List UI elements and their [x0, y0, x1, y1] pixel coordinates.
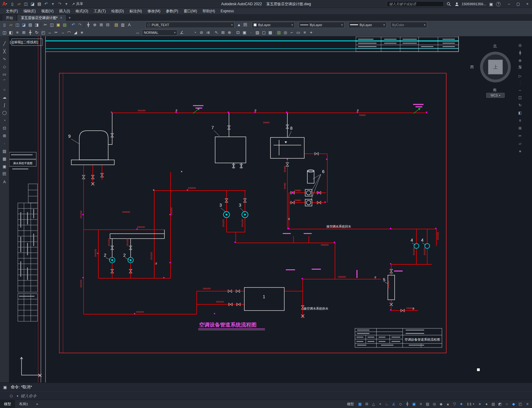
make-block-icon[interactable]: ▣: [241, 29, 248, 36]
point-icon[interactable]: ∙: [1, 140, 8, 147]
zoom-icon[interactable]: ⊕: [517, 57, 523, 64]
text-style-icon[interactable]: A: [126, 22, 132, 28]
workspace-switching-icon[interactable]: ∗: [476, 401, 483, 407]
model-space-canvas[interactable]: [-][俯视][二维线框] 调水系统平面图 接空调水系统回水 接空调水系统供水 …: [9, 36, 532, 382]
rotate-icon[interactable]: ↻: [517, 102, 523, 109]
dynamic-input-icon[interactable]: ⌖: [377, 401, 384, 407]
zoom-realtime-icon[interactable]: ⊕: [92, 22, 98, 28]
distance-icon[interactable]: ⌐: [289, 29, 295, 36]
pan-icon[interactable]: ╋: [85, 22, 92, 28]
id-point-icon[interactable]: ⌖: [308, 29, 314, 36]
selection-cycling-icon[interactable]: ◎: [431, 401, 438, 407]
ellipse-arc-icon[interactable]: ◔: [1, 117, 8, 124]
plot-icon[interactable]: ▤: [27, 22, 33, 28]
maximize-button[interactable]: ▢: [514, 0, 523, 8]
redo-dropdown-icon[interactable]: ▾: [63, 1, 69, 7]
menu-item-10[interactable]: 窗口(W): [181, 8, 200, 14]
insert-block-icon[interactable]: ⊡: [235, 29, 241, 36]
cut-icon[interactable]: ✂: [42, 22, 49, 28]
model-tab[interactable]: 模型: [0, 400, 15, 408]
menu-item-3[interactable]: 插入(I): [56, 8, 73, 14]
save-icon[interactable]: ◫: [23, 1, 29, 7]
infer-constraints-icon[interactable]: △: [370, 401, 377, 407]
share-button[interactable]: ↗ 共享: [72, 2, 83, 6]
orbit-icon[interactable]: ◔: [517, 65, 523, 72]
save-file-icon[interactable]: ◫: [14, 22, 21, 28]
erase-icon[interactable]: ▱: [517, 140, 523, 147]
viewcube-south-label[interactable]: 南: [493, 87, 497, 93]
menu-item-0[interactable]: 文件(F): [3, 8, 21, 14]
object-snap-icon[interactable]: ▣: [411, 401, 417, 407]
lineweight-display-icon[interactable]: ≡: [417, 401, 424, 407]
zoom-previous-icon[interactable]: ⊟: [104, 22, 111, 28]
fillet-icon[interactable]: ◠: [66, 29, 72, 36]
text-style-combo[interactable]: ▢ PUB_TEXT▾: [145, 22, 234, 28]
piping-white[interactable]: [108, 113, 301, 257]
save-as-icon[interactable]: ◪: [30, 1, 36, 7]
construction-line-icon[interactable]: ╳: [1, 48, 8, 54]
rectangle-icon[interactable]: ▭: [1, 71, 8, 77]
annotation-update-icon[interactable]: ▲: [236, 22, 242, 28]
minimize-button[interactable]: –: [504, 0, 514, 8]
offset-icon[interactable]: ≡: [517, 117, 523, 124]
annotation-visibility-icon[interactable]: ★: [458, 401, 465, 407]
lock-ui-icon[interactable]: ◩: [497, 401, 503, 407]
trim-icon[interactable]: ✂: [53, 29, 59, 36]
quick-properties-icon[interactable]: ▤: [490, 401, 497, 407]
command-customize-icon[interactable]: ▢: [8, 393, 14, 399]
object-snap-tracking-icon[interactable]: ╋: [404, 401, 411, 407]
viewcube-north-label[interactable]: 北: [493, 44, 497, 49]
layout1-tab[interactable]: 布局1: [15, 400, 32, 408]
plot-icon[interactable]: ▤: [36, 1, 42, 7]
chamfer-icon[interactable]: ◢: [72, 29, 79, 36]
viewcube-top-face[interactable]: 上: [488, 60, 503, 74]
equipment-outlines[interactable]: [71, 131, 395, 311]
open-file-icon[interactable]: ▱: [8, 22, 14, 28]
scale-icon[interactable]: ◰: [40, 29, 46, 36]
account-name[interactable]: 15059991356...: [462, 2, 486, 6]
hatch-icon[interactable]: ▨: [254, 29, 261, 36]
3d-object-snap-icon[interactable]: ◆: [438, 401, 444, 407]
command-flyout-icon[interactable]: ▣: [2, 384, 8, 390]
viewport-controls-label[interactable]: [-][俯视][二维线框]: [10, 40, 38, 44]
polar-tracking-icon[interactable]: ∠: [390, 401, 397, 407]
clean-screen-icon[interactable]: ◰: [517, 401, 524, 407]
dim-continue-icon[interactable]: ⇉: [205, 29, 211, 36]
autocad-logo-icon[interactable]: A▾: [0, 0, 9, 8]
list-icon[interactable]: ≡: [301, 29, 308, 36]
tolerance-icon[interactable]: ⊞: [220, 29, 226, 36]
gradient-icon[interactable]: ▦: [1, 155, 8, 162]
menu-item-7[interactable]: 标注(N): [127, 8, 145, 14]
undo-icon[interactable]: ↶: [70, 22, 77, 28]
cad-drawing[interactable]: [-][俯视][二维线框] 调水系统平面图 接空调水系统回水 接空调水系统供水 …: [9, 36, 532, 382]
insert-block-icon[interactable]: ⊡: [1, 125, 8, 131]
tab-document[interactable]: 某五层饭店空调设计图* ×: [17, 14, 66, 21]
dynamic-ucs-icon[interactable]: ▲: [444, 401, 451, 407]
arc-icon[interactable]: ⌒: [1, 78, 8, 85]
osnap-settings-icon[interactable]: ◎: [282, 29, 289, 36]
dim-angular-icon[interactable]: ∠: [179, 29, 185, 36]
match-properties-icon[interactable]: ▨: [61, 22, 68, 28]
undo-icon[interactable]: ↶: [43, 1, 49, 7]
region-icon[interactable]: ▣: [1, 163, 8, 170]
dim-linear-icon[interactable]: ↔: [134, 29, 141, 36]
navigation-wheel-icon[interactable]: ◎: [517, 42, 523, 49]
redo-icon[interactable]: ↷: [77, 22, 83, 28]
table-icon[interactable]: 田: [1, 171, 8, 177]
command-dropdown-icon[interactable]: ▾: [16, 393, 19, 399]
polyline-icon[interactable]: ∿: [1, 55, 8, 62]
dim-diameter-icon[interactable]: ⊘: [198, 29, 205, 36]
selection-filtering-icon[interactable]: ▽: [451, 401, 458, 407]
offset-icon[interactable]: ≡: [14, 29, 21, 36]
pan-icon[interactable]: ╋: [517, 50, 523, 56]
show-motion-icon[interactable]: ▷: [517, 73, 523, 79]
region-icon[interactable]: ▩: [267, 29, 274, 36]
dim-radius-icon[interactable]: ◔: [192, 29, 198, 36]
area-icon[interactable]: ▭: [295, 29, 301, 36]
close-button[interactable]: ×: [523, 0, 532, 8]
menu-item-4[interactable]: 格式(O): [73, 8, 91, 14]
explode-icon[interactable]: ∗: [517, 148, 523, 155]
linetype-control-combo[interactable]: ByLayer▾: [298, 22, 345, 28]
trim-icon[interactable]: ✂: [517, 133, 523, 139]
revision-cloud-icon[interactable]: ☁: [1, 94, 8, 101]
